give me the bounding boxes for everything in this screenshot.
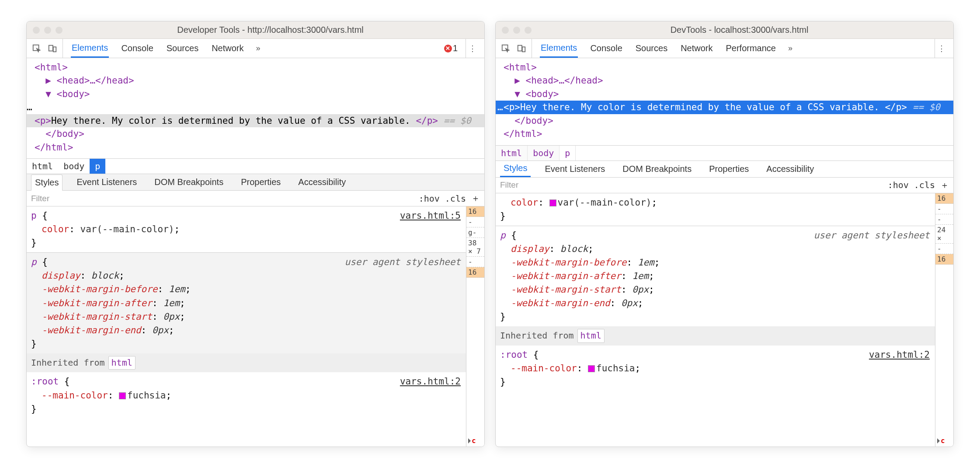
breadcrumb-item-selected[interactable]: p <box>560 146 576 161</box>
subtab-properties[interactable]: Properties <box>237 174 284 190</box>
subtab-dom-breakpoints[interactable]: DOM Breakpoints <box>151 174 227 190</box>
subtab-properties[interactable]: Properties <box>705 161 752 177</box>
dom-node[interactable]: <html> <box>504 62 537 73</box>
add-rule-icon[interactable]: ＋ <box>940 179 949 191</box>
window-title: DevTools - localhost:3000/vars.html <box>532 25 947 35</box>
add-rule-icon[interactable]: ＋ <box>471 192 480 204</box>
dom-tree[interactable]: <html> ▶ <head>…</head> ▼ <body> … <p>He… <box>496 58 953 145</box>
expand-icon[interactable] <box>468 438 471 444</box>
hov-toggle[interactable]: :hov <box>419 193 440 204</box>
error-badge[interactable]: ✕ 1 <box>444 43 458 53</box>
dom-node[interactable]: </body> <box>514 115 553 126</box>
breadcrumb-item[interactable]: html <box>496 146 528 161</box>
tab-sources[interactable]: Sources <box>166 39 199 58</box>
subtab-event-listeners[interactable]: Event Listeners <box>541 161 608 177</box>
main-toolbar: Elements Console Sources Network Perform… <box>496 39 953 58</box>
filter-input[interactable] <box>496 178 883 193</box>
dom-selected-node[interactable]: … <p>Hey there. My color is determined b… <box>496 101 953 114</box>
styles-pane: vars.html:5 p { color: var(--main-color)… <box>27 206 484 447</box>
dom-node[interactable]: </html> <box>504 129 542 139</box>
svg-rect-4 <box>518 45 522 51</box>
dom-tree[interactable]: <html> ▶ <head>…</head> ▼ <body> … <p>He… <box>27 58 484 158</box>
device-toggle-icon[interactable] <box>48 44 57 53</box>
svg-rect-2 <box>53 47 56 52</box>
subtab-accessibility[interactable]: Accessibility <box>295 174 349 190</box>
close-icon[interactable] <box>502 27 509 34</box>
ellipsis-icon: … <box>497 101 503 114</box>
tab-elements[interactable]: Elements <box>540 39 578 58</box>
filter-bar: :hov .cls ＋ <box>496 178 953 193</box>
hov-toggle[interactable]: :hov <box>888 180 909 190</box>
dom-node[interactable]: </html> <box>35 142 73 153</box>
tab-console[interactable]: Console <box>120 39 154 58</box>
device-toggle-icon[interactable] <box>517 44 526 53</box>
breadcrumb: html body p <box>496 145 953 161</box>
tab-console[interactable]: Console <box>589 39 623 58</box>
tab-elements[interactable]: Elements <box>71 39 109 58</box>
more-tabs-chevron-icon[interactable]: » <box>256 44 261 53</box>
error-count: 1 <box>453 43 458 53</box>
color-swatch-icon[interactable] <box>119 392 126 399</box>
ruler-gutter: 16 - - 24 × - 16 c <box>935 193 953 447</box>
source-link[interactable]: vars.html:5 <box>400 209 461 223</box>
dom-selected-node[interactable]: <p>Hey there. My color is determined by … <box>27 114 484 127</box>
dom-node[interactable]: </body> <box>45 129 84 139</box>
styles-pane: color: var(--main-color); } user agent s… <box>496 193 953 447</box>
subtab-event-listeners[interactable]: Event Listeners <box>73 174 140 190</box>
style-rule[interactable]: vars.html:2 :root { --main-color: fuchsi… <box>496 346 935 391</box>
dom-node[interactable]: ▶ <head>…</head> <box>45 75 134 86</box>
cut-indicator-icon: c <box>941 437 945 445</box>
dom-node[interactable]: ▶ <head>…</head> <box>514 75 603 86</box>
minimize-icon[interactable] <box>513 27 520 34</box>
dom-node[interactable]: ▼ <body> <box>45 89 90 99</box>
tab-sources[interactable]: Sources <box>635 39 668 58</box>
zoom-icon[interactable] <box>525 27 532 34</box>
breadcrumb-item[interactable]: html <box>27 159 58 174</box>
source-link[interactable]: vars.html:2 <box>400 375 461 388</box>
traffic-lights <box>502 27 532 34</box>
subtab-styles[interactable]: Styles <box>500 161 531 177</box>
close-icon[interactable] <box>33 27 40 34</box>
ruler-gutter: 16 - g- 38 × 7 - 16 c <box>466 206 484 447</box>
breadcrumb-item[interactable]: body <box>58 159 90 174</box>
filter-bar: :hov .cls ＋ <box>27 191 484 206</box>
color-swatch-icon[interactable] <box>588 365 595 372</box>
style-rule[interactable]: vars.html:2 :root { --main-color: fuchsi… <box>27 372 466 418</box>
styles-subtabs: Styles Event Listeners DOM Breakpoints P… <box>496 161 953 178</box>
style-rule[interactable]: color: var(--main-color); } <box>496 193 935 226</box>
traffic-lights <box>33 27 63 34</box>
subtab-dom-breakpoints[interactable]: DOM Breakpoints <box>619 161 695 177</box>
breadcrumb-item-selected[interactable]: p <box>90 159 105 174</box>
kebab-menu-icon[interactable]: ⋮ <box>935 39 948 58</box>
breadcrumb-item[interactable]: body <box>528 146 560 161</box>
zoom-icon[interactable] <box>56 27 63 34</box>
devtools-window-right: DevTools - localhost:3000/vars.html Elem… <box>495 21 954 447</box>
inspect-icon[interactable] <box>501 44 511 53</box>
minimize-icon[interactable] <box>44 27 51 34</box>
inherited-header: Inherited from html <box>496 326 935 346</box>
dom-node[interactable]: <html> <box>35 62 68 73</box>
subtab-accessibility[interactable]: Accessibility <box>763 161 817 177</box>
styles-subtabs: Styles Event Listeners DOM Breakpoints P… <box>27 174 484 191</box>
expand-icon[interactable] <box>937 438 940 444</box>
dom-node[interactable]: ▼ <body> <box>514 89 559 99</box>
tab-performance[interactable]: Performance <box>725 39 777 58</box>
color-swatch-icon[interactable] <box>549 199 556 206</box>
svg-rect-1 <box>49 45 53 51</box>
svg-rect-5 <box>522 47 525 52</box>
tab-network[interactable]: Network <box>680 39 713 58</box>
kebab-menu-icon[interactable]: ⋮ <box>466 39 479 58</box>
tab-network[interactable]: Network <box>211 39 244 58</box>
more-tabs-chevron-icon[interactable]: » <box>788 44 792 53</box>
window-title: Developer Tools - http://localhost:3000/… <box>63 25 478 35</box>
source-link[interactable]: vars.html:2 <box>869 348 930 362</box>
style-rule-ua: user agent stylesheet p { display: block… <box>496 226 935 327</box>
devtools-window-left: Developer Tools - http://localhost:3000/… <box>26 21 485 447</box>
filter-input[interactable] <box>27 191 414 206</box>
cls-toggle[interactable]: .cls <box>914 180 935 190</box>
subtab-styles[interactable]: Styles <box>31 175 63 191</box>
style-rule[interactable]: vars.html:5 p { color: var(--main-color)… <box>27 206 466 252</box>
inspect-icon[interactable] <box>32 44 42 53</box>
inherited-header: Inherited from html <box>27 353 466 373</box>
cls-toggle[interactable]: .cls <box>445 193 466 204</box>
